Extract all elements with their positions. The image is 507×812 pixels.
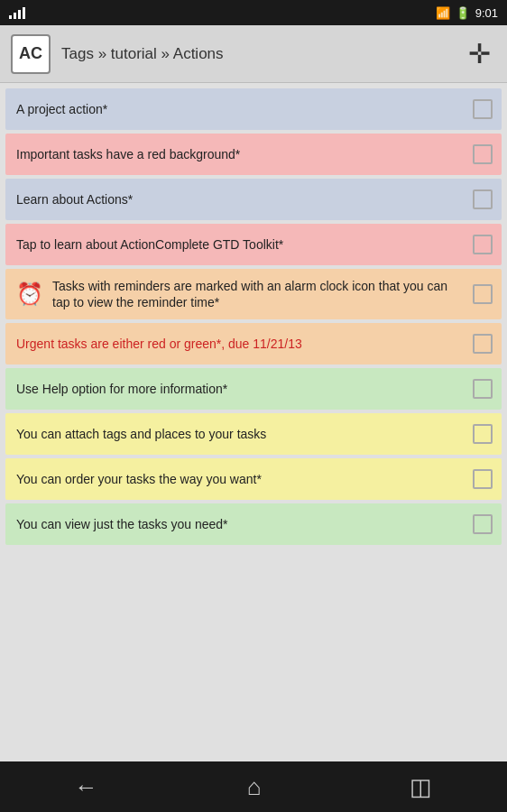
task-checkbox[interactable] (473, 469, 493, 489)
task-text: You can view just the tasks you need* (16, 516, 466, 532)
app-logo[interactable]: AC (11, 34, 51, 74)
list-item[interactable]: Important tasks have a red background* (5, 134, 502, 175)
list-item[interactable]: You can view just the tasks you need* (5, 503, 502, 545)
list-item[interactable]: Use Help option for more information* (5, 368, 502, 410)
alarm-icon[interactable]: ⏰ (16, 280, 43, 308)
task-checkbox[interactable] (473, 144, 493, 164)
recents-button[interactable]: ◫ (392, 766, 450, 808)
list-item[interactable]: ⏰Tasks with reminders are marked with an… (5, 269, 502, 319)
app-bar-left: AC Tags » tutorial » Actions (11, 34, 224, 74)
task-text: A project action* (16, 101, 466, 117)
back-button[interactable]: ← (57, 766, 116, 808)
task-text: Tasks with reminders are marked with an … (52, 278, 466, 310)
task-text: You can attach tags and places to your t… (16, 426, 466, 442)
task-checkbox[interactable] (473, 334, 493, 354)
app-bar: AC Tags » tutorial » Actions ✛ (0, 25, 507, 83)
task-text: Important tasks have a red background* (16, 146, 466, 162)
task-list: A project action*Important tasks have a … (0, 83, 507, 761)
list-item[interactable]: Urgent tasks are either red or green*, d… (5, 323, 502, 364)
home-button[interactable]: ⌂ (229, 766, 280, 808)
task-checkbox[interactable] (473, 189, 493, 209)
list-item[interactable]: You can order your tasks the way you wan… (5, 458, 502, 500)
task-checkbox[interactable] (473, 424, 493, 444)
list-item[interactable]: Learn about Actions* (5, 179, 502, 220)
add-icon: ✛ (468, 41, 491, 68)
task-checkbox[interactable] (473, 235, 493, 254)
task-checkbox[interactable] (473, 379, 493, 399)
list-item[interactable]: A project action* (5, 88, 502, 130)
status-bar-right: 📶 🔋 9:01 (436, 6, 498, 20)
list-item[interactable]: You can attach tags and places to your t… (5, 413, 502, 455)
signal-icon (9, 6, 25, 19)
task-text: You can order your tasks the way you wan… (16, 471, 466, 487)
wifi-icon: 📶 (436, 6, 450, 20)
nav-bar: ← ⌂ ◫ (0, 761, 507, 812)
task-text: Tap to learn about ActionComplete GTD To… (16, 236, 466, 253)
breadcrumb: Tags » tutorial » Actions (61, 45, 224, 63)
clock: 9:01 (475, 6, 498, 20)
battery-icon: 🔋 (456, 6, 470, 20)
task-text: Urgent tasks are either red or green*, d… (16, 336, 466, 352)
add-task-button[interactable]: ✛ (462, 37, 496, 71)
task-text: Learn about Actions* (16, 191, 466, 208)
list-item[interactable]: Tap to learn about ActionComplete GTD To… (5, 224, 502, 265)
status-bar: 📶 🔋 9:01 (0, 0, 507, 25)
task-checkbox[interactable] (473, 99, 493, 119)
status-bar-left (9, 6, 25, 19)
task-checkbox[interactable] (473, 514, 493, 534)
task-text: Use Help option for more information* (16, 381, 466, 397)
task-checkbox[interactable] (473, 284, 493, 304)
